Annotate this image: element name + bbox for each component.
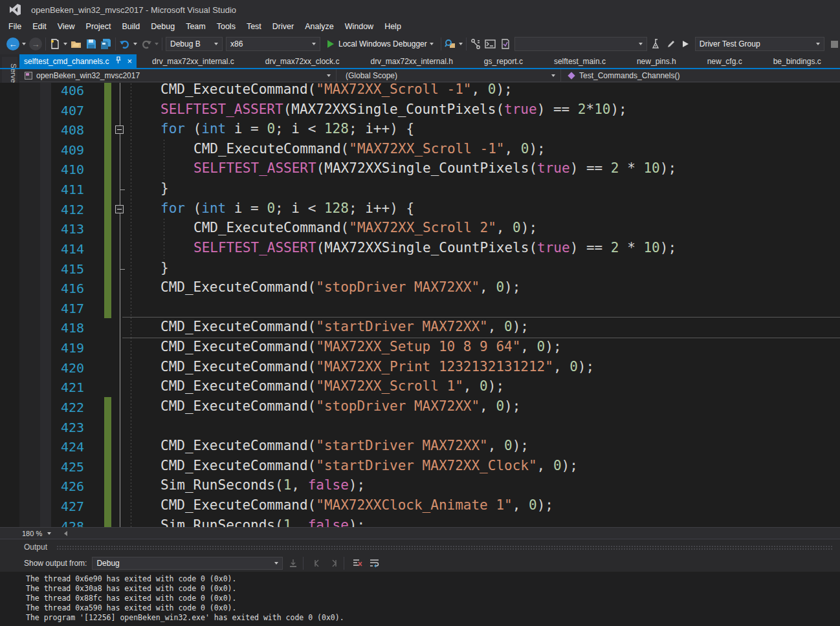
code-line-424[interactable]: 424CMD_ExecuteCommand("startDriver MAX72… (0, 437, 840, 457)
code-line-423[interactable]: 423 (0, 417, 840, 437)
code-line-408[interactable]: 408for (int i = 0; i < 128; i++) { (0, 120, 840, 140)
panel-drag-grip[interactable] (56, 545, 834, 550)
clear-all-button[interactable] (351, 557, 364, 569)
menu-analyze[interactable]: Analyze (305, 22, 333, 31)
new-file-caret[interactable] (63, 43, 67, 45)
code-line-417[interactable]: 417 (0, 298, 840, 318)
code-line-412[interactable]: 412for (int i = 0; i < 128; i++) { (0, 199, 840, 219)
redo-button[interactable] (140, 38, 152, 50)
test-group-select[interactable]: Driver Test Group (695, 37, 824, 51)
code-line-422[interactable]: 422CMD_ExecuteCommand("stopDriver MAX72X… (0, 397, 840, 417)
menu-tools[interactable]: Tools (217, 22, 236, 31)
pin-icon[interactable] (115, 56, 122, 66)
code-line-421[interactable]: 421CMD_ExecuteCommand("MAX72XX_Scroll 1"… (0, 377, 840, 397)
code-line-407[interactable]: 407SELFTEST_ASSERT(MAX72XXSingle_CountPi… (0, 100, 840, 120)
save-button[interactable] (85, 38, 97, 50)
undo-button[interactable] (119, 38, 131, 50)
code-line-416[interactable]: 416CMD_ExecuteCommand("stopDriver MAX72X… (0, 278, 840, 298)
zoom-level-select[interactable]: 180 % (0, 530, 55, 537)
menu-test[interactable]: Test (247, 22, 261, 31)
run-tests-button[interactable] (680, 38, 692, 50)
output-text-area[interactable]: The thread 0x6e90 has exited with code 0… (0, 572, 840, 626)
code-line-427[interactable]: 427CMD_ExecuteCommand("MAX72XXClock_Anim… (0, 496, 840, 516)
menu-window[interactable]: Window (345, 22, 373, 31)
find-in-files-button[interactable] (445, 38, 456, 50)
tab-be_bindings-c[interactable]: be_bindings.c (758, 54, 837, 68)
open-file-button[interactable] (71, 38, 82, 50)
menu-driver[interactable]: Driver (272, 22, 294, 31)
menu-help[interactable]: Help (384, 22, 401, 31)
solution-platform-select[interactable]: x86 (226, 37, 320, 51)
menu-debug[interactable]: Debug (151, 22, 175, 31)
tab-gs_report-c[interactable]: gs_report.c (469, 54, 538, 68)
navigate-back-caret[interactable] (22, 43, 26, 45)
code-line-420[interactable]: 420CMD_ExecuteCommand("MAX72XX_Print 123… (0, 358, 840, 378)
code-line-428[interactable]: 428Sim_RunSeconds(1, false); (0, 516, 840, 527)
fold-collapse-button[interactable] (115, 125, 124, 134)
code-text: CMD_ExecuteCommand("MAX72XXClock_Animate… (160, 497, 553, 513)
tab-drv[interactable]: drv (837, 54, 840, 68)
member-select[interactable]: Test_Commands_Channels() (561, 69, 840, 81)
tab-drv_max72xx_clock-c[interactable]: drv_max72xx_clock.c (250, 54, 355, 68)
change-bar (104, 120, 111, 140)
code-line-411[interactable]: 411} (0, 179, 840, 199)
output-line: The thread 0xa590 has exited with code 0… (26, 603, 840, 613)
find-caret[interactable] (459, 43, 463, 45)
code-line-414[interactable]: 414SELFTEST_ASSERT(MAX72XXSingle_CountPi… (0, 239, 840, 259)
scope-select[interactable]: (Global Scope) (337, 69, 561, 81)
test-explorer-flask-icon[interactable] (650, 38, 662, 50)
output-source-select[interactable]: Debug (92, 557, 283, 570)
save-all-button[interactable] (100, 38, 112, 50)
project-select[interactable]: openBeken_win32_mvsc2017 (19, 69, 337, 81)
code-line-410[interactable]: 410SELFTEST_ASSERT(MAX72XXSingle_CountPi… (0, 159, 840, 179)
menu-build[interactable]: Build (122, 22, 140, 31)
line-number: 417 (19, 301, 84, 316)
code-line-415[interactable]: 415} (0, 259, 840, 279)
tab-new_pins-h[interactable]: new_pins.h (621, 54, 692, 68)
tab-selftest_main-c[interactable]: selftest_main.c (538, 54, 621, 68)
fold-collapse-button[interactable] (115, 205, 124, 213)
menu-edit[interactable]: Edit (32, 22, 47, 31)
change-bar (104, 417, 111, 437)
code-editor[interactable]: 406CMD_ExecuteCommand("MAX72XX_Scroll -1… (0, 83, 840, 527)
code-line-425[interactable]: 425CMD_ExecuteCommand("startDriver MAX72… (0, 457, 840, 477)
code-line-419[interactable]: 419CMD_ExecuteCommand("MAX72XX_Setup 10 … (0, 338, 840, 358)
menu-file[interactable]: File (8, 22, 21, 31)
tab-drv_max72xx_internal-c[interactable]: drv_max72xx_internal.c (137, 54, 250, 68)
code-line-413[interactable]: 413CMD_ExecuteCommand("MAX72XX_Scroll 2"… (0, 219, 840, 239)
horizontal-scrollbar[interactable] (70, 530, 837, 537)
word-wrap-button[interactable] (368, 557, 381, 569)
new-file-button[interactable] (49, 38, 61, 50)
tab-drv_max72xx_internal-h[interactable]: drv_max72xx_internal.h (355, 54, 468, 68)
main-toolbar: ← → Debug B x86 Local Windows Debugger D… (0, 34, 840, 54)
output-panel: Output Show output from: Debug The threa… (0, 539, 840, 626)
navigate-back-button[interactable]: ← (6, 38, 19, 50)
navigate-forward-button[interactable]: → (29, 38, 42, 50)
code-text: CMD_ExecuteCommand("MAX72XX_Scroll 2", 0… (193, 220, 537, 235)
close-icon[interactable]: × (127, 57, 132, 65)
code-text: for (int i = 0; i < 128; i++) { (160, 121, 414, 136)
code-line-406[interactable]: 406CMD_ExecuteCommand("MAX72XX_Scroll -1… (0, 83, 840, 100)
tab-new_cfg-c[interactable]: new_cfg.c (692, 54, 758, 68)
start-debugging-button[interactable]: Local Windows Debugger (324, 39, 437, 49)
change-bar (104, 140, 111, 160)
code-line-409[interactable]: 409CMD_ExecuteCommand("MAX72XX_Scroll -1… (0, 140, 840, 160)
code-line-426[interactable]: 426Sim_RunSeconds(1, false); (0, 476, 840, 496)
scroll-left-arrow-icon[interactable] (64, 531, 67, 536)
solution-configuration-select[interactable]: Debug B (166, 37, 223, 51)
compare-graph-icon[interactable] (470, 38, 481, 50)
line-number: 410 (19, 162, 84, 177)
edit-pencil-icon[interactable] (665, 38, 677, 50)
line-number: 414 (19, 241, 84, 257)
attach-process-icon[interactable] (500, 38, 511, 50)
code-line-418[interactable]: 418CMD_ExecuteCommand("startDriver MAX72… (0, 318, 840, 338)
menu-project[interactable]: Project (86, 22, 111, 31)
line-number: 406 (19, 83, 84, 98)
menu-view[interactable]: View (58, 22, 75, 31)
tab-selftest-cmd-channels[interactable]: selftest_cmd_channels.c × (19, 54, 137, 68)
undo-caret[interactable] (133, 43, 137, 45)
change-bar (104, 179, 111, 199)
search-combobox[interactable] (514, 37, 647, 51)
menu-team[interactable]: Team (186, 22, 206, 31)
command-window-icon[interactable] (485, 38, 496, 50)
